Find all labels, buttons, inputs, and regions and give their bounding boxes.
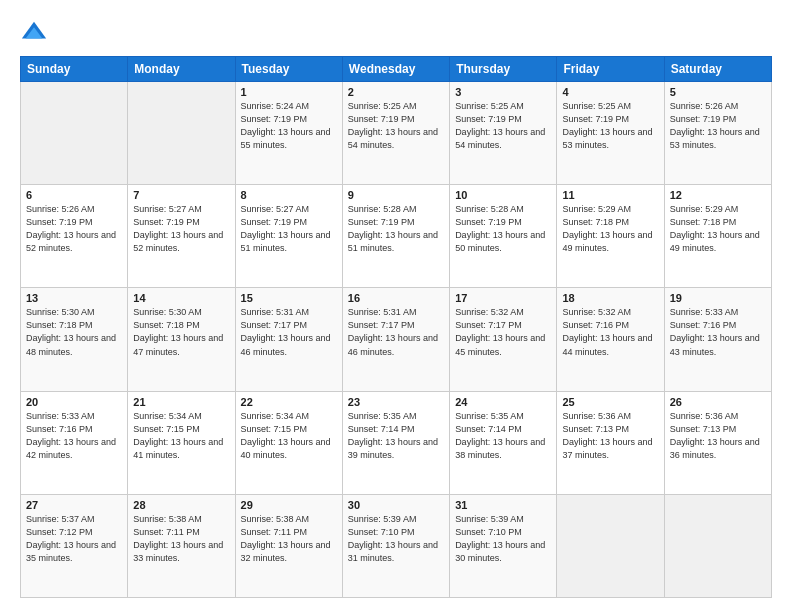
day-info: Sunrise: 5:27 AM Sunset: 7:19 PM Dayligh… — [133, 203, 229, 255]
day-info: Sunrise: 5:31 AM Sunset: 7:17 PM Dayligh… — [348, 306, 444, 358]
day-number: 8 — [241, 189, 337, 201]
weekday-header-wednesday: Wednesday — [342, 57, 449, 82]
day-info: Sunrise: 5:25 AM Sunset: 7:19 PM Dayligh… — [455, 100, 551, 152]
day-number: 23 — [348, 396, 444, 408]
day-number: 16 — [348, 292, 444, 304]
day-cell: 11Sunrise: 5:29 AM Sunset: 7:18 PM Dayli… — [557, 185, 664, 288]
day-number: 30 — [348, 499, 444, 511]
day-cell: 4Sunrise: 5:25 AM Sunset: 7:19 PM Daylig… — [557, 82, 664, 185]
weekday-header-friday: Friday — [557, 57, 664, 82]
day-number: 14 — [133, 292, 229, 304]
day-cell: 21Sunrise: 5:34 AM Sunset: 7:15 PM Dayli… — [128, 391, 235, 494]
day-cell: 14Sunrise: 5:30 AM Sunset: 7:18 PM Dayli… — [128, 288, 235, 391]
day-number: 18 — [562, 292, 658, 304]
day-number: 31 — [455, 499, 551, 511]
header — [20, 18, 772, 46]
day-cell: 26Sunrise: 5:36 AM Sunset: 7:13 PM Dayli… — [664, 391, 771, 494]
day-cell: 2Sunrise: 5:25 AM Sunset: 7:19 PM Daylig… — [342, 82, 449, 185]
week-row-2: 6Sunrise: 5:26 AM Sunset: 7:19 PM Daylig… — [21, 185, 772, 288]
day-cell: 18Sunrise: 5:32 AM Sunset: 7:16 PM Dayli… — [557, 288, 664, 391]
day-info: Sunrise: 5:25 AM Sunset: 7:19 PM Dayligh… — [562, 100, 658, 152]
day-cell: 28Sunrise: 5:38 AM Sunset: 7:11 PM Dayli… — [128, 494, 235, 597]
day-number: 10 — [455, 189, 551, 201]
day-number: 22 — [241, 396, 337, 408]
day-number: 2 — [348, 86, 444, 98]
day-number: 3 — [455, 86, 551, 98]
day-cell: 22Sunrise: 5:34 AM Sunset: 7:15 PM Dayli… — [235, 391, 342, 494]
day-info: Sunrise: 5:25 AM Sunset: 7:19 PM Dayligh… — [348, 100, 444, 152]
day-cell: 17Sunrise: 5:32 AM Sunset: 7:17 PM Dayli… — [450, 288, 557, 391]
day-info: Sunrise: 5:36 AM Sunset: 7:13 PM Dayligh… — [562, 410, 658, 462]
day-number: 15 — [241, 292, 337, 304]
weekday-header-sunday: Sunday — [21, 57, 128, 82]
day-number: 9 — [348, 189, 444, 201]
day-info: Sunrise: 5:31 AM Sunset: 7:17 PM Dayligh… — [241, 306, 337, 358]
weekday-header-thursday: Thursday — [450, 57, 557, 82]
day-cell: 31Sunrise: 5:39 AM Sunset: 7:10 PM Dayli… — [450, 494, 557, 597]
week-row-4: 20Sunrise: 5:33 AM Sunset: 7:16 PM Dayli… — [21, 391, 772, 494]
logo-icon — [20, 18, 48, 46]
day-info: Sunrise: 5:37 AM Sunset: 7:12 PM Dayligh… — [26, 513, 122, 565]
day-info: Sunrise: 5:28 AM Sunset: 7:19 PM Dayligh… — [348, 203, 444, 255]
day-cell — [664, 494, 771, 597]
day-info: Sunrise: 5:29 AM Sunset: 7:18 PM Dayligh… — [670, 203, 766, 255]
day-cell: 15Sunrise: 5:31 AM Sunset: 7:17 PM Dayli… — [235, 288, 342, 391]
day-cell: 25Sunrise: 5:36 AM Sunset: 7:13 PM Dayli… — [557, 391, 664, 494]
day-info: Sunrise: 5:26 AM Sunset: 7:19 PM Dayligh… — [670, 100, 766, 152]
day-number: 11 — [562, 189, 658, 201]
day-cell: 20Sunrise: 5:33 AM Sunset: 7:16 PM Dayli… — [21, 391, 128, 494]
weekday-header-saturday: Saturday — [664, 57, 771, 82]
day-cell: 29Sunrise: 5:38 AM Sunset: 7:11 PM Dayli… — [235, 494, 342, 597]
day-info: Sunrise: 5:26 AM Sunset: 7:19 PM Dayligh… — [26, 203, 122, 255]
day-info: Sunrise: 5:34 AM Sunset: 7:15 PM Dayligh… — [241, 410, 337, 462]
calendar-table: SundayMondayTuesdayWednesdayThursdayFrid… — [20, 56, 772, 598]
day-number: 17 — [455, 292, 551, 304]
day-info: Sunrise: 5:28 AM Sunset: 7:19 PM Dayligh… — [455, 203, 551, 255]
day-info: Sunrise: 5:33 AM Sunset: 7:16 PM Dayligh… — [26, 410, 122, 462]
day-info: Sunrise: 5:34 AM Sunset: 7:15 PM Dayligh… — [133, 410, 229, 462]
weekday-header-row: SundayMondayTuesdayWednesdayThursdayFrid… — [21, 57, 772, 82]
day-cell: 19Sunrise: 5:33 AM Sunset: 7:16 PM Dayli… — [664, 288, 771, 391]
day-cell: 23Sunrise: 5:35 AM Sunset: 7:14 PM Dayli… — [342, 391, 449, 494]
day-number: 26 — [670, 396, 766, 408]
day-info: Sunrise: 5:27 AM Sunset: 7:19 PM Dayligh… — [241, 203, 337, 255]
day-cell: 7Sunrise: 5:27 AM Sunset: 7:19 PM Daylig… — [128, 185, 235, 288]
day-number: 19 — [670, 292, 766, 304]
day-info: Sunrise: 5:32 AM Sunset: 7:17 PM Dayligh… — [455, 306, 551, 358]
day-number: 28 — [133, 499, 229, 511]
day-number: 13 — [26, 292, 122, 304]
day-number: 27 — [26, 499, 122, 511]
day-cell: 6Sunrise: 5:26 AM Sunset: 7:19 PM Daylig… — [21, 185, 128, 288]
day-cell: 27Sunrise: 5:37 AM Sunset: 7:12 PM Dayli… — [21, 494, 128, 597]
day-number: 12 — [670, 189, 766, 201]
day-info: Sunrise: 5:24 AM Sunset: 7:19 PM Dayligh… — [241, 100, 337, 152]
day-info: Sunrise: 5:30 AM Sunset: 7:18 PM Dayligh… — [133, 306, 229, 358]
day-cell: 8Sunrise: 5:27 AM Sunset: 7:19 PM Daylig… — [235, 185, 342, 288]
day-cell — [21, 82, 128, 185]
day-cell: 13Sunrise: 5:30 AM Sunset: 7:18 PM Dayli… — [21, 288, 128, 391]
day-number: 25 — [562, 396, 658, 408]
day-cell: 10Sunrise: 5:28 AM Sunset: 7:19 PM Dayli… — [450, 185, 557, 288]
day-info: Sunrise: 5:30 AM Sunset: 7:18 PM Dayligh… — [26, 306, 122, 358]
day-cell: 30Sunrise: 5:39 AM Sunset: 7:10 PM Dayli… — [342, 494, 449, 597]
day-info: Sunrise: 5:33 AM Sunset: 7:16 PM Dayligh… — [670, 306, 766, 358]
day-number: 29 — [241, 499, 337, 511]
day-info: Sunrise: 5:35 AM Sunset: 7:14 PM Dayligh… — [455, 410, 551, 462]
day-number: 4 — [562, 86, 658, 98]
day-info: Sunrise: 5:39 AM Sunset: 7:10 PM Dayligh… — [455, 513, 551, 565]
day-number: 1 — [241, 86, 337, 98]
day-cell — [128, 82, 235, 185]
day-cell: 9Sunrise: 5:28 AM Sunset: 7:19 PM Daylig… — [342, 185, 449, 288]
day-info: Sunrise: 5:39 AM Sunset: 7:10 PM Dayligh… — [348, 513, 444, 565]
day-info: Sunrise: 5:32 AM Sunset: 7:16 PM Dayligh… — [562, 306, 658, 358]
week-row-1: 1Sunrise: 5:24 AM Sunset: 7:19 PM Daylig… — [21, 82, 772, 185]
day-number: 21 — [133, 396, 229, 408]
weekday-header-monday: Monday — [128, 57, 235, 82]
logo — [20, 18, 52, 46]
day-cell: 12Sunrise: 5:29 AM Sunset: 7:18 PM Dayli… — [664, 185, 771, 288]
page: SundayMondayTuesdayWednesdayThursdayFrid… — [0, 0, 792, 612]
week-row-5: 27Sunrise: 5:37 AM Sunset: 7:12 PM Dayli… — [21, 494, 772, 597]
day-cell: 3Sunrise: 5:25 AM Sunset: 7:19 PM Daylig… — [450, 82, 557, 185]
day-number: 24 — [455, 396, 551, 408]
day-number: 5 — [670, 86, 766, 98]
